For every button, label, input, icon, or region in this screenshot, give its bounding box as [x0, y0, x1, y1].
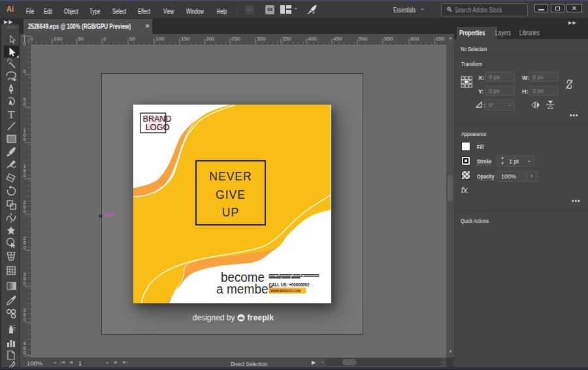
svg-text:200: 200 [206, 36, 215, 42]
svg-text:300: 300 [257, 36, 266, 42]
svg-text:WWW.WEBSITE.COM: WWW.WEBSITE.COM [270, 290, 301, 293]
svg-text:0: 0 [24, 280, 27, 286]
svg-text:0: 0 [24, 137, 27, 143]
svg-text:0: 0 [30, 36, 33, 42]
svg-text:400: 400 [308, 36, 317, 42]
svg-text:0: 0 [24, 209, 27, 214]
svg-text:350: 350 [282, 36, 291, 42]
svg-text:a member: a member [216, 282, 272, 296]
svg-text:0: 0 [24, 244, 27, 250]
svg-text:T: T [8, 109, 15, 121]
svg-text:450: 450 [333, 36, 342, 42]
svg-text:650: 650 [436, 36, 445, 42]
svg-text:250: 250 [231, 36, 240, 42]
svg-text:50: 50 [129, 36, 135, 42]
svg-text:NEVER: NEVER [209, 170, 252, 183]
svg-text:0: 0 [24, 173, 27, 178]
svg-text:CALL US: +00000002: CALL US: +00000002 [269, 282, 310, 287]
svg-text:UP: UP [222, 206, 239, 219]
svg-text:600: 600 [410, 36, 419, 42]
svg-text:LOGO: LOGO [146, 123, 170, 132]
svg-text:550: 550 [384, 36, 393, 42]
svg-text:50: 50 [78, 36, 84, 42]
svg-text:150: 150 [181, 36, 190, 42]
svg-text:500: 500 [359, 36, 368, 42]
svg-text:0: 0 [24, 101, 27, 107]
svg-text:100: 100 [54, 36, 63, 42]
svg-text:100: 100 [155, 36, 165, 42]
svg-text:0: 0 [24, 69, 27, 75]
svg-text:GIVE: GIVE [216, 188, 246, 201]
svg-text:0: 0 [24, 350, 27, 356]
svg-text:0: 0 [103, 36, 106, 42]
